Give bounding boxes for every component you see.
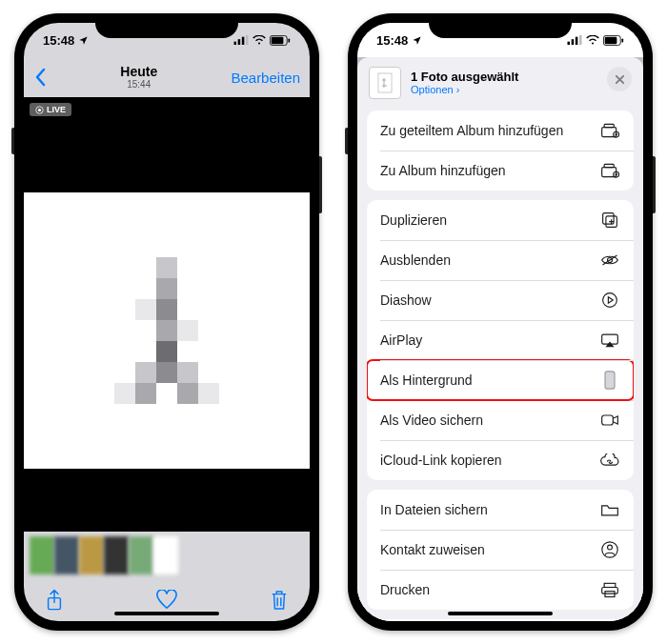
svg-point-34: [608, 545, 613, 550]
share-sheet: 1 Foto ausgewählt Optionen › Zu geteilte…: [357, 57, 643, 621]
action-list[interactable]: Zu geteiltem Album hinzufügen Zu Album h…: [357, 111, 643, 621]
sheet-title: 1 Foto ausgewählt: [411, 70, 518, 84]
sheet-thumbnail: [369, 67, 401, 99]
signal-icon: [233, 35, 249, 45]
svg-rect-13: [576, 37, 578, 45]
back-chevron-icon[interactable]: [33, 68, 47, 87]
row-label: Diashow: [380, 292, 432, 308]
heart-icon[interactable]: [155, 590, 178, 611]
action-group: In Dateien sichern Kontakt zuweisen Druc…: [367, 490, 634, 610]
row-label: Zu Album hinzufügen: [380, 163, 506, 178]
svg-point-29: [603, 293, 617, 308]
status-time: 15:48: [376, 33, 408, 48]
wifi-icon: [586, 35, 599, 45]
svg-rect-32: [602, 415, 614, 425]
row-label: Drucken: [380, 582, 430, 597]
folder-icon: [600, 502, 619, 517]
battery-icon: [603, 35, 624, 46]
thumbnail-strip[interactable]: [24, 532, 310, 579]
row-label: Zu geteiltem Album hinzufügen: [380, 123, 563, 138]
live-badge: LIVE: [30, 103, 71, 116]
row-label: Als Video sichern: [380, 413, 483, 428]
row-icloud-link[interactable]: iCloud-Link kopieren: [367, 440, 634, 480]
svg-rect-3: [246, 35, 249, 45]
row-wallpaper[interactable]: Als Hintergrund: [367, 360, 634, 400]
notch: [429, 13, 572, 38]
close-icon: [615, 74, 625, 85]
trash-icon[interactable]: [270, 589, 289, 612]
row-assign-contact[interactable]: Kontakt zuweisen: [367, 530, 634, 570]
wifi-icon: [253, 35, 266, 45]
row-label: Kontakt zuweisen: [380, 542, 485, 557]
row-export-film[interactable]: Film exportieren: [367, 619, 634, 621]
action-group: Duplizieren Ausblenden Diashow AirPlay: [367, 200, 634, 480]
photo-canvas: [24, 192, 310, 469]
svg-rect-17: [605, 36, 617, 44]
row-hide[interactable]: Ausblenden: [367, 240, 634, 280]
row-label: Ausblenden: [380, 252, 451, 268]
live-icon: [35, 106, 44, 114]
album-add-icon: [600, 162, 619, 179]
svg-rect-0: [234, 42, 237, 45]
cloud-link-icon: [599, 453, 620, 467]
row-shared-album[interactable]: Zu geteiltem Album hinzufügen: [367, 111, 634, 151]
row-slideshow[interactable]: Diashow: [367, 280, 634, 320]
status-time: 15:48: [43, 33, 74, 48]
svg-rect-35: [604, 583, 616, 587]
phone-mockup-left: 15:48 Heute 15:44 Bearbeiten LIVE: [14, 13, 319, 631]
sheet-header: 1 Foto ausgewählt Optionen ›: [357, 57, 643, 111]
svg-rect-14: [579, 35, 582, 45]
svg-rect-12: [572, 39, 575, 45]
action-group: Zu geteiltem Album hinzufügen Zu Album h…: [367, 111, 634, 191]
home-indicator[interactable]: [114, 612, 219, 615]
share-icon[interactable]: [45, 589, 64, 612]
row-duplicate[interactable]: Duplizieren: [367, 200, 634, 240]
airplay-icon: [600, 332, 619, 348]
row-print[interactable]: Drucken: [367, 570, 634, 610]
svg-rect-2: [242, 37, 245, 45]
row-add-album[interactable]: Zu Album hinzufügen: [367, 151, 634, 191]
svg-rect-36: [602, 588, 618, 594]
row-save-files[interactable]: In Dateien sichern: [367, 490, 634, 530]
row-label: iCloud-Link kopieren: [380, 453, 502, 468]
printer-icon: [600, 581, 619, 598]
svg-rect-24: [604, 164, 614, 167]
svg-point-4: [258, 42, 260, 44]
video-icon: [600, 413, 619, 427]
svg-rect-19: [378, 73, 392, 92]
svg-rect-21: [604, 124, 614, 127]
row-label: Als Hintergrund: [380, 372, 473, 388]
row-airplay[interactable]: AirPlay: [367, 320, 634, 360]
nav-subtitle: 15:44: [120, 79, 157, 90]
home-indicator[interactable]: [448, 612, 553, 615]
contact-icon: [601, 541, 618, 558]
edit-button[interactable]: Bearbeiten: [231, 70, 300, 86]
svg-rect-31: [605, 372, 615, 389]
location-icon: [78, 35, 89, 46]
nav-title-block: Heute 15:44: [120, 65, 157, 90]
svg-rect-6: [272, 36, 284, 44]
action-group: Film exportieren: [367, 619, 634, 621]
play-circle-icon: [601, 292, 618, 309]
album-shared-icon: [600, 122, 619, 139]
svg-rect-1: [238, 39, 241, 45]
row-label: Duplizieren: [380, 212, 447, 228]
duplicate-icon: [601, 211, 618, 229]
svg-point-15: [592, 42, 594, 44]
nav-bar: Heute 15:44 Bearbeiten: [24, 57, 310, 97]
svg-point-9: [38, 109, 41, 111]
screen-left: 15:48 Heute 15:44 Bearbeiten LIVE: [24, 23, 310, 621]
pixelated-photo: [114, 257, 219, 404]
location-icon: [412, 35, 422, 46]
row-label: In Dateien sichern: [380, 502, 488, 517]
svg-rect-27: [603, 213, 614, 224]
row-save-video[interactable]: Als Video sichern: [367, 400, 634, 440]
svg-rect-11: [568, 42, 571, 45]
photo-viewer[interactable]: LIVE: [24, 97, 310, 532]
sheet-options-button[interactable]: Optionen ›: [411, 84, 518, 95]
phone-mockup-right: 15:48 1 Foto ausgewählt Optionen ›: [348, 13, 653, 631]
battery-icon: [270, 35, 291, 46]
phone-icon: [604, 371, 616, 390]
close-button[interactable]: [607, 67, 632, 91]
signal-icon: [567, 35, 582, 45]
